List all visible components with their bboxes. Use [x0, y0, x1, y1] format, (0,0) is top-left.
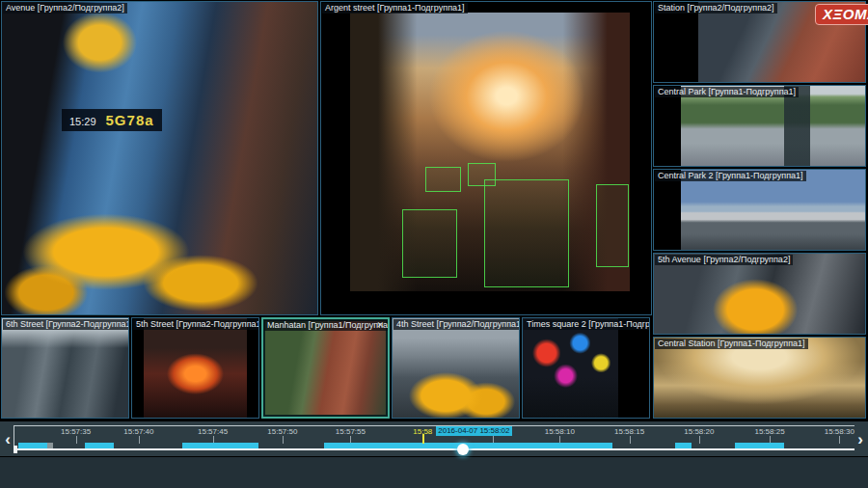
camera-video-central-park-2 [681, 170, 865, 250]
detection-box [468, 163, 497, 186]
license-plate-overlay: 15:29 5G78a [62, 109, 162, 131]
close-icon[interactable]: ✕ [376, 321, 384, 330]
camera-tile-5th-avenue[interactable]: 5th Avenue [Группа2/Подгруппа2] [653, 253, 866, 335]
detection-box [402, 209, 457, 278]
detection-box [425, 167, 461, 191]
timeline-start-cap [14, 446, 17, 453]
camera-tile-6th-street[interactable]: 6th Street [Группа2-Подгруппа1] [1, 317, 129, 419]
xeoma-player-window: Avenue [Группа2/Подгруппа2] 15:29 5G78a … [0, 0, 868, 488]
playback-controls-bar: ↩ ▤ - 1 мин + - 1.0x + [0, 457, 868, 488]
camera-tile-avenue[interactable]: Avenue [Группа2/Подгруппа2] 15:29 5G78a [1, 1, 318, 315]
detection-box [596, 184, 629, 267]
camera-tile-times-square-2[interactable]: Times square 2 [Группа1-Подгруппа2] [522, 317, 650, 419]
timeline-panel: ‹ › 15:57:3515:57:4015:57:4515:57:5015:5… [0, 421, 868, 456]
detection-layer [350, 13, 630, 291]
camera-label: Central Station [Группа1-Подгруппа1] [655, 339, 808, 349]
tick-label: 15:57:40 [123, 427, 153, 436]
camera-label: 4th Street [Группа2/Подгруппа1] [393, 319, 520, 330]
tick-label: 15:58:10 [545, 427, 575, 436]
camera-tile-central-park-2[interactable]: Central Park 2 [Группа1-Подгруппа1] [653, 169, 866, 251]
tick-label: 15:57:50 [267, 427, 297, 436]
camera-tile-5th-street[interactable]: 5th Street [Группа2-Подгруппа1] [131, 317, 259, 419]
plate-time: 15:29 [69, 116, 96, 127]
tick-label: 15:58:20 [684, 427, 714, 436]
camera-video-5th-avenue [654, 254, 865, 334]
camera-video-argent-street [350, 13, 630, 291]
xeoma-logo: XΞOMA [815, 4, 868, 25]
timeline-scroll-left-icon[interactable]: ‹ [2, 430, 14, 449]
detection-box [484, 179, 569, 287]
camera-label: Avenue [Группа2/Подгруппа2] [3, 3, 127, 14]
camera-tile-central-station[interactable]: Central Station [Группа1-Подгруппа1] [653, 337, 866, 419]
camera-tile-manhatan-selected[interactable]: Manhatan [Группа1/Подгруппа2] ✕ [261, 317, 390, 419]
camera-video-central-park [681, 86, 865, 166]
camera-tile-4th-street[interactable]: 4th Street [Группа2/Подгруппа1] [392, 317, 520, 419]
camera-video-times-square-2 [523, 318, 618, 418]
camera-label: 5th Street [Группа2-Подгруппа1] [133, 319, 259, 330]
tick-label: 15:58:15 [614, 427, 644, 436]
camera-tile-argent-street[interactable]: Argent street [Группа1-Подгруппа1] [320, 1, 652, 315]
camera-label: Manhatan [Группа1/Подгруппа2] [264, 320, 390, 331]
timeline-scroll-right-icon[interactable]: › [854, 430, 866, 449]
camera-tile-central-park[interactable]: Central Park [Группа1-Подгруппа1] [653, 85, 866, 167]
camera-label: Argent street [Группа1-Подгруппа1] [322, 3, 468, 14]
timeline-track[interactable]: 15:57:3515:57:4015:57:4515:57:5015:57:55… [14, 425, 854, 453]
camera-label: 6th Street [Группа2-Подгруппа1] [3, 319, 129, 330]
camera-video-5th-street [144, 318, 247, 418]
tick-label: 15:57:45 [198, 427, 228, 436]
camera-label: Central Park [Группа1-Подгруппа1] [655, 87, 799, 97]
camera-video-6th-street [2, 318, 128, 418]
playhead[interactable] [457, 444, 469, 455]
camera-label: Times square 2 [Группа1-Подгруппа2] [524, 319, 650, 330]
tick-label: 15:58:25 [754, 427, 784, 436]
tick-label: 15:57:35 [61, 427, 91, 436]
plate-number: 5G78a [106, 112, 154, 128]
camera-label: Station [Группа2/Подгруппа2] [655, 3, 777, 14]
timeline-baseline[interactable] [14, 448, 854, 450]
tick-label: 15:58:30 [825, 427, 854, 436]
camera-video-manhatan [265, 321, 386, 415]
camera-video-4th-street [393, 318, 519, 418]
camera-video-central-station [654, 338, 865, 418]
camera-label: Central Park 2 [Группа1-Подгруппа1] [655, 171, 806, 181]
camera-video-avenue [2, 2, 317, 314]
datetime-chip: 2016-04-07 15:58:02 [436, 426, 511, 436]
camera-label: 5th Avenue [Группа2/Подгруппа2] [655, 255, 793, 265]
tick-label: 15:57:55 [336, 427, 366, 436]
current-time-tick [422, 434, 424, 444]
